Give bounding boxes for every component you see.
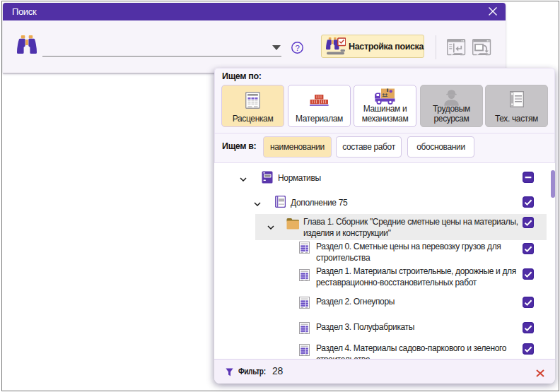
svg-text:?: ? — [295, 44, 299, 52]
